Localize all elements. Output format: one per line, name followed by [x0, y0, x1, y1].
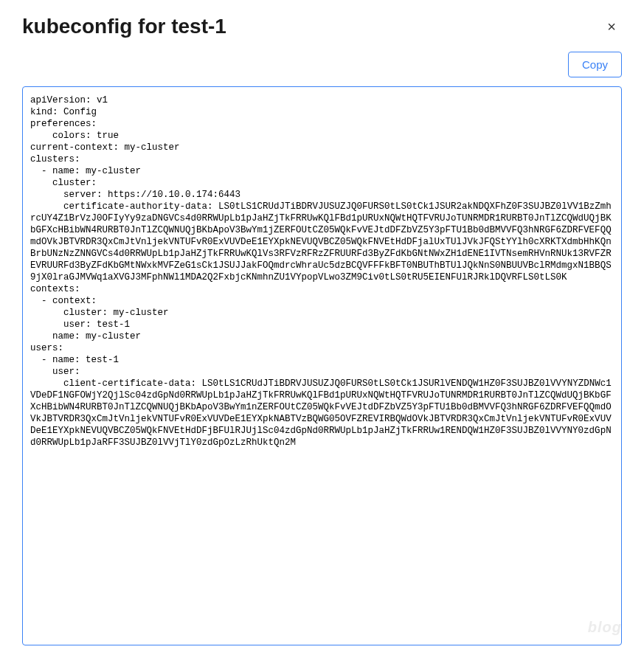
- close-button[interactable]: ×: [601, 16, 622, 37]
- kubeconfig-content[interactable]: apiVersion: v1 kind: Config preferences:…: [23, 87, 621, 456]
- code-container: apiVersion: v1 kind: Config preferences:…: [22, 86, 622, 645]
- copy-button[interactable]: Copy: [568, 52, 622, 77]
- dialog-header: kubeconfig for test-1 ×: [0, 0, 644, 46]
- dialog-title: kubeconfig for test-1: [22, 15, 226, 38]
- toolbar: Copy: [0, 46, 644, 86]
